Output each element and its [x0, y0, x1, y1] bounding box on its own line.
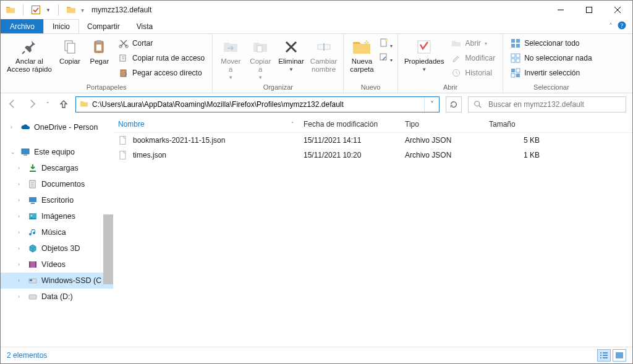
- svg-rect-30: [511, 74, 515, 77]
- svg-rect-0: [32, 6, 40, 14]
- recent-locations-dropdown[interactable]: ˅: [46, 101, 49, 108]
- svg-rect-45: [29, 295, 36, 299]
- sidebar-item-videos[interactable]: ›Vídeos: [1, 256, 113, 273]
- paste-shortcut-button[interactable]: Pegar acceso directo: [116, 66, 207, 80]
- minimize-button[interactable]: [546, 1, 575, 19]
- file-row[interactable]: bookmarks-2021-11-15.json15/11/2021 14:1…: [113, 133, 632, 148]
- copy-button[interactable]: Copiar: [57, 35, 83, 66]
- close-button[interactable]: [603, 1, 632, 19]
- back-button[interactable]: [7, 98, 18, 111]
- address-bar[interactable]: ˅: [75, 96, 440, 112]
- new-folder-button[interactable]: Nueva carpeta: [349, 35, 375, 74]
- group-label-open: Abrir: [403, 83, 498, 93]
- select-all-button[interactable]: Seleccionar todo: [508, 36, 594, 50]
- address-input[interactable]: [92, 98, 424, 111]
- file-list[interactable]: Nombre˄ Fecha de modificación Tipo Tamañ…: [113, 116, 632, 347]
- sidebar-item-pictures[interactable]: ›Imágenes: [1, 208, 113, 224]
- navigation-pane[interactable]: ›OneDrive - Person ⌄Este equipo ›Descarg…: [1, 116, 113, 347]
- svg-rect-5: [67, 43, 75, 53]
- svg-rect-44: [30, 279, 32, 281]
- qat-dropdown-icon[interactable]: ▼: [46, 7, 51, 13]
- svg-rect-26: [511, 59, 515, 62]
- checkbox-icon[interactable]: [31, 5, 41, 15]
- details-view-button[interactable]: [597, 349, 611, 362]
- scrollbar-thumb[interactable]: [103, 214, 113, 284]
- history-button[interactable]: Historial: [449, 66, 498, 80]
- separator: [58, 4, 59, 15]
- svg-rect-27: [516, 59, 520, 62]
- column-header-name[interactable]: Nombre˄: [113, 120, 299, 129]
- svg-rect-33: [22, 149, 29, 154]
- file-size: 5 KB: [484, 136, 552, 145]
- file-type: Archivo JSON: [400, 151, 484, 159]
- group-label-organize: Organizar: [218, 83, 338, 93]
- status-item-count: 2 elementos: [7, 351, 47, 360]
- help-icon[interactable]: ?: [618, 21, 626, 32]
- properties-button[interactable]: Propiedades▼: [403, 35, 446, 74]
- delete-button[interactable]: Eliminar▼: [277, 35, 305, 74]
- tab-view[interactable]: Vista: [128, 19, 161, 33]
- easy-access-button[interactable]: ▾: [379, 52, 393, 64]
- up-button[interactable]: [58, 98, 69, 111]
- search-box[interactable]: [468, 96, 626, 112]
- svg-rect-34: [23, 154, 27, 156]
- edit-button[interactable]: Modificar: [449, 51, 498, 65]
- svg-rect-23: [516, 44, 520, 48]
- svg-text:?: ?: [621, 22, 624, 29]
- file-modified: 15/11/2021 14:11: [299, 136, 400, 145]
- column-header-type[interactable]: Tipo: [400, 120, 484, 129]
- collapse-ribbon-icon[interactable]: ˄: [609, 22, 613, 31]
- file-row[interactable]: times.json15/11/2021 10:20Archivo JSON1 …: [113, 148, 632, 163]
- sidebar-item-documents[interactable]: ›Documentos: [1, 176, 113, 192]
- pin-to-quick-access-button[interactable]: Anclar al Acceso rápido: [6, 35, 53, 74]
- copy-path-button[interactable]: Copiar ruta de acceso: [116, 51, 207, 65]
- svg-rect-28: [511, 69, 515, 72]
- svg-rect-47: [120, 151, 125, 159]
- svg-point-39: [31, 215, 33, 217]
- cut-button[interactable]: Cortar: [116, 36, 207, 50]
- file-name: times.json: [133, 151, 166, 159]
- group-label-clipboard: Portapapeles: [6, 83, 207, 93]
- search-input[interactable]: [487, 99, 621, 109]
- select-none-button[interactable]: No seleccionar nada: [508, 51, 594, 65]
- column-header-size[interactable]: Tamaño: [484, 120, 552, 129]
- sidebar-item-windows-ssd[interactable]: ›Windows-SSD (C: [1, 273, 113, 289]
- file-name: bookmarks-2021-11-15.json: [133, 136, 225, 145]
- svg-rect-24: [511, 54, 515, 57]
- column-header-modified[interactable]: Fecha de modificación: [299, 120, 400, 129]
- tab-share[interactable]: Compartir: [79, 19, 129, 33]
- sidebar-item-downloads[interactable]: ›Descargas: [1, 160, 113, 176]
- rename-button[interactable]: Cambiar nombre: [309, 35, 338, 74]
- refresh-button[interactable]: [446, 96, 462, 112]
- move-to-button[interactable]: Mover a▼: [218, 35, 244, 82]
- paste-button[interactable]: Pegar: [87, 35, 113, 66]
- svg-rect-11: [120, 55, 125, 61]
- large-icons-view-button[interactable]: [613, 349, 626, 362]
- group-label-new: Nuevo: [349, 83, 393, 93]
- copy-to-button[interactable]: Copiar a▼: [247, 35, 273, 82]
- address-dropdown[interactable]: ˅: [424, 97, 439, 112]
- svg-rect-29: [516, 69, 520, 72]
- new-item-button[interactable]: ▾: [379, 38, 393, 49]
- invert-selection-button[interactable]: Invertir selección: [508, 66, 594, 80]
- sidebar-item-music[interactable]: ›Música: [1, 224, 113, 240]
- sidebar-item-data-d[interactable]: ›Data (D:): [1, 289, 113, 305]
- tab-home[interactable]: Inicio: [43, 19, 79, 33]
- sidebar-item-desktop[interactable]: ›Escritorio: [1, 192, 113, 208]
- title-dropdown-icon[interactable]: ▾: [81, 7, 84, 14]
- group-label-select: Seleccionar: [508, 83, 594, 93]
- svg-rect-7: [96, 40, 101, 43]
- tab-file[interactable]: Archivo: [1, 19, 44, 33]
- svg-rect-21: [516, 39, 520, 43]
- svg-rect-1: [587, 7, 592, 13]
- sidebar-item-3dobjects[interactable]: ›Objetos 3D: [1, 240, 113, 256]
- sidebar-item-onedrive[interactable]: ›OneDrive - Person: [1, 119, 113, 135]
- svg-rect-41: [29, 261, 30, 268]
- svg-rect-42: [35, 261, 36, 268]
- search-icon: [474, 100, 482, 109]
- maximize-button[interactable]: [575, 1, 603, 19]
- open-button[interactable]: Abrir ▾: [449, 36, 498, 50]
- forward-button[interactable]: [27, 98, 38, 111]
- sidebar-item-thispc[interactable]: ⌄Este equipo: [1, 144, 113, 160]
- svg-rect-46: [120, 137, 125, 145]
